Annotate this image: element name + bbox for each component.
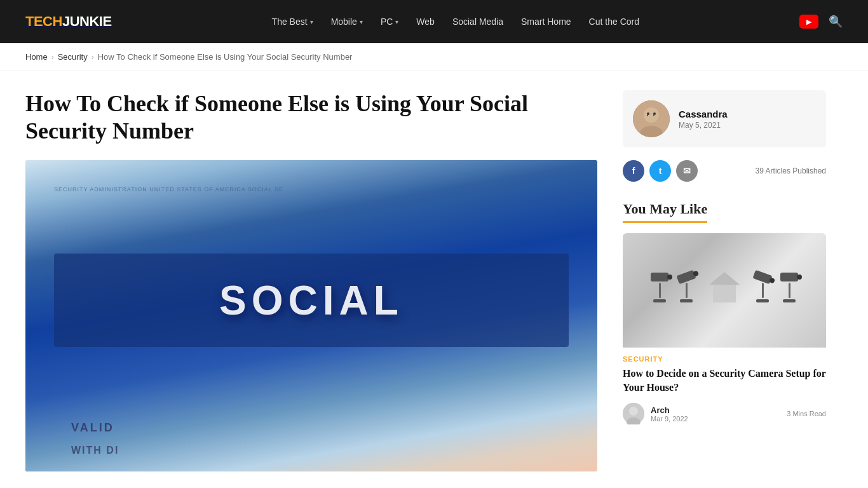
breadcrumb: Home › Security › How To Check if Someon… [0,43,868,71]
camera-stand [789,283,790,298]
you-may-like-heading: You May Like [623,201,707,223]
related-card: SECURITY How to Decide on a Security Cam… [623,233,826,424]
article-content: How To Check if Someone Else is Using Yo… [25,90,597,471]
related-author-date: Mar 9, 2022 [651,415,780,423]
svg-rect-6 [653,114,654,116]
camera-unit [780,273,798,302]
camera-unit [677,273,695,302]
related-author-name: Arch [651,405,780,415]
house-body [713,285,736,302]
camera-stand [762,283,764,298]
camera-body [780,273,798,281]
svg-point-8 [629,407,638,416]
camera-base [653,299,666,302]
related-card-meta: Arch Mar 9, 2022 3 Mins Read [623,403,826,424]
house-illustration [709,272,740,302]
author-name: Cassandra [679,109,816,119]
camera-lens [769,277,775,283]
search-icon[interactable]: 🔍 [829,15,843,29]
site-header: TECHJUNKIE The Best ▾ Mobile ▾ PC ▾ Web … [0,0,868,43]
main-nav: The Best ▾ Mobile ▾ PC ▾ Web Social Medi… [272,17,639,27]
camera-unit [754,273,771,302]
email-button[interactable]: ✉ [676,160,698,182]
house-roof [709,272,740,285]
related-avatar-svg [623,403,644,424]
camera-body [752,270,772,285]
article-image: SOCIAL VALID WITH DI SECURITY ADMINISTRA… [25,160,597,471]
author-info: Cassandra May 5, 2021 [679,109,816,130]
camera-stand [686,283,688,298]
breadcrumb-separator: › [92,53,94,62]
nav-web[interactable]: Web [416,17,435,27]
camera-lens [797,274,802,280]
breadcrumb-home[interactable]: Home [25,52,48,62]
you-may-like-section: You May Like [623,201,826,424]
camera-unit [651,273,668,302]
chevron-down-icon: ▾ [310,18,313,25]
author-box: Cassandra May 5, 2021 [623,90,826,147]
logo-junkie: JUNKIE [62,13,112,29]
social-links: f t ✉ 39 Articles Published [623,160,826,182]
main-wrapper: How To Check if Someone Else is Using Yo… [0,71,868,488]
camera-body [676,270,696,285]
youtube-icon[interactable]: ▶ [799,15,818,29]
related-card-title: How to Decide on a Security Camera Setup… [623,367,826,394]
related-card-category: SECURITY [623,355,826,363]
social-card-simulation: SOCIAL VALID WITH DI SECURITY ADMINISTRA… [25,160,597,471]
related-read-time: 3 Mins Read [787,410,826,417]
camera-body [651,273,668,281]
author-date: May 5, 2021 [679,121,816,130]
security-cameras-illustration [651,272,798,309]
nav-pc[interactable]: PC ▾ [381,17,398,27]
related-card-image [623,233,826,348]
camera-lens [667,274,672,280]
breadcrumb-current: How To Check if Someone Else is Using Yo… [98,52,353,62]
nav-smart-home[interactable]: Smart Home [521,17,571,27]
breadcrumb-separator: › [51,53,54,62]
site-logo[interactable]: TECHJUNKIE [25,13,112,30]
camera-base [783,299,796,302]
chevron-down-icon: ▾ [360,18,363,25]
chevron-down-icon: ▾ [395,18,398,25]
facebook-button[interactable]: f [623,160,644,182]
logo-tech: TECH [25,13,62,29]
articles-count: 39 Articles Published [756,166,826,175]
header-icons: ▶ 🔍 [799,15,843,29]
nav-cut-the-cord[interactable]: Cut the Cord [589,17,639,27]
camera-base [680,299,693,302]
twitter-button[interactable]: t [649,160,671,182]
avatar-image [633,100,670,137]
author-avatar [633,100,670,137]
svg-rect-5 [647,114,648,116]
sidebar: Cassandra May 5, 2021 f t ✉ 39 Articles … [623,90,826,471]
svg-point-1 [644,107,659,123]
related-author-avatar [623,403,644,424]
camera-stand [659,283,661,298]
nav-the-best[interactable]: The Best ▾ [272,17,313,27]
article-title: How To Check if Someone Else is Using Yo… [25,90,597,145]
nav-mobile[interactable]: Mobile ▾ [331,17,363,27]
breadcrumb-security[interactable]: Security [58,52,88,62]
avatar-svg [633,100,670,137]
related-author-info: Arch Mar 9, 2022 [651,405,780,423]
nav-social-media[interactable]: Social Media [452,17,503,27]
camera-base [756,299,769,302]
camera-lens [693,270,699,276]
